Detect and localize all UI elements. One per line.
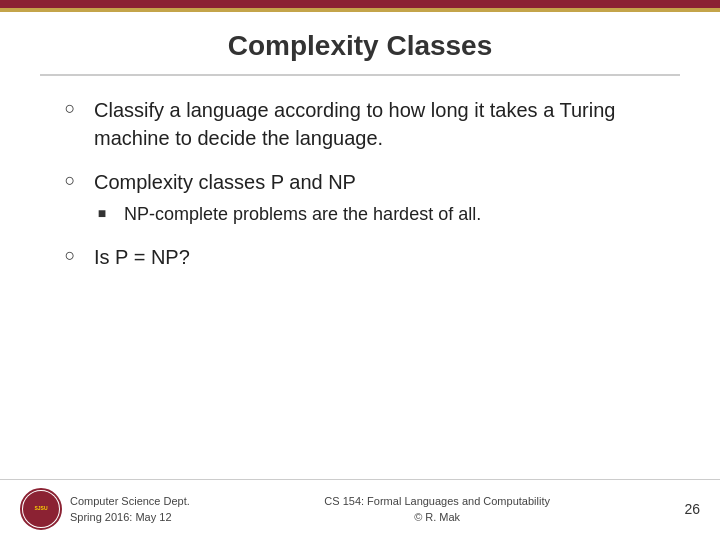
top-bar [0, 0, 720, 8]
title-area: Complexity Classes [40, 12, 680, 76]
content-area: ○ Classify a language according to how l… [0, 76, 720, 479]
footer-page-number: 26 [684, 501, 700, 517]
footer: SJSU Computer Science Dept. Spring 2016:… [0, 479, 720, 540]
slide-title: Complexity Classes [228, 30, 493, 61]
bullet-group-3: ○ Is P = NP? [60, 243, 660, 271]
footer-logo-area: SJSU Computer Science Dept. Spring 2016:… [20, 488, 190, 530]
sub-bullet-area-1: ■ NP-complete problems are the hardest o… [94, 202, 660, 227]
bullet-icon-1: ○ [60, 98, 80, 119]
footer-left-line1: Computer Science Dept. [70, 493, 190, 510]
sub-bullet-icon-1: ■ [94, 205, 110, 221]
footer-left-text: Computer Science Dept. Spring 2016: May … [70, 493, 190, 526]
bullet-item-1: ○ Classify a language according to how l… [60, 96, 660, 152]
bullet-group-1: ○ Classify a language according to how l… [60, 96, 660, 152]
bullet-icon-2: ○ [60, 170, 80, 191]
bullet-item-3: ○ Is P = NP? [60, 243, 660, 271]
bullet-text-1: Classify a language according to how lon… [94, 96, 660, 152]
logo-circle: SJSU [20, 488, 62, 530]
footer-left-line2: Spring 2016: May 12 [70, 509, 190, 526]
bullet-text-3: Is P = NP? [94, 243, 190, 271]
bullet-item-2: ○ Complexity classes P and NP [60, 168, 660, 196]
sub-bullet-text-1: NP-complete problems are the hardest of … [124, 202, 481, 227]
footer-center-line1: CS 154: Formal Languages and Computabili… [324, 493, 550, 510]
bullet-icon-3: ○ [60, 245, 80, 266]
bullet-group-2: ○ Complexity classes P and NP ■ NP-compl… [60, 168, 660, 227]
logo-text: SJSU [34, 506, 47, 512]
slide: Complexity Classes ○ Classify a language… [0, 0, 720, 540]
footer-center-text: CS 154: Formal Languages and Computabili… [324, 493, 550, 526]
logo-inner: SJSU [23, 491, 59, 527]
bullet-text-2: Complexity classes P and NP [94, 168, 356, 196]
footer-center-line2: © R. Mak [324, 509, 550, 526]
